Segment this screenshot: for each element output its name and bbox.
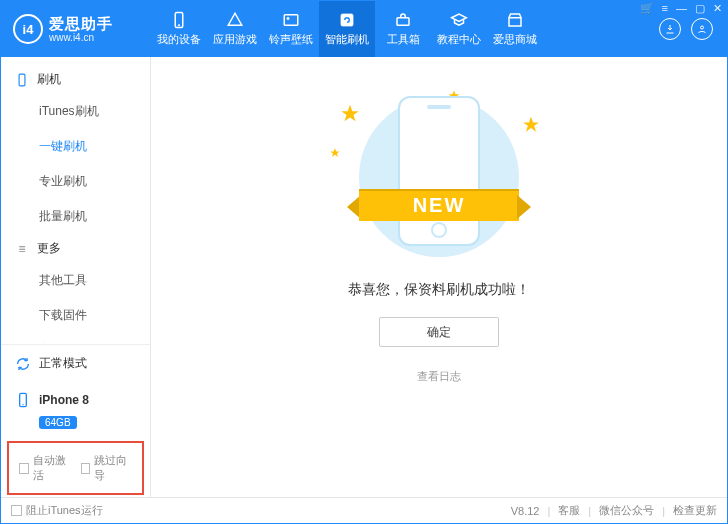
sidebar-group-flash: 刷机	[1, 65, 150, 94]
sync-icon	[15, 356, 31, 372]
nav-label: 爱思商城	[493, 32, 537, 47]
star-icon	[339, 103, 361, 125]
svg-point-1	[178, 25, 180, 27]
sidebar-group-label: 刷机	[37, 71, 61, 88]
sidebar: 刷机 iTunes刷机 一键刷机 专业刷机 批量刷机 ≡ 更多 其他工具 下载固…	[1, 57, 151, 497]
image-icon	[282, 11, 300, 29]
nav-label: 工具箱	[387, 32, 420, 47]
view-log-link[interactable]: 查看日志	[417, 369, 461, 384]
sidebar-group-label: 更多	[37, 240, 61, 257]
menu-icon[interactable]: ≡	[662, 2, 668, 15]
list-icon: ≡	[15, 242, 29, 256]
sidebar-item-itunes-flash[interactable]: iTunes刷机	[1, 94, 150, 129]
nav-label: 我的设备	[157, 32, 201, 47]
svg-rect-8	[19, 74, 25, 86]
cart-icon[interactable]: 🛒	[640, 2, 654, 15]
svg-rect-2	[284, 15, 298, 26]
nav-label: 智能刷机	[325, 32, 369, 47]
nav-toolbox[interactable]: 工具箱	[375, 1, 431, 57]
download-icon[interactable]	[659, 18, 681, 40]
ribbon-text: NEW	[359, 189, 519, 221]
svg-rect-4	[341, 14, 353, 26]
phone-icon	[15, 392, 31, 408]
phone-icon	[170, 11, 188, 29]
star-icon	[329, 147, 341, 159]
nav-my-device[interactable]: 我的设备	[151, 1, 207, 57]
user-icon[interactable]	[691, 18, 713, 40]
bottom-checks-highlighted: 自动激活 跳过向导	[7, 441, 144, 495]
auto-activate-checkbox[interactable]: 自动激活	[19, 453, 71, 483]
graduation-icon	[450, 11, 468, 29]
wechat-link[interactable]: 微信公众号	[599, 503, 654, 518]
refresh-icon	[338, 11, 356, 29]
brand-subtitle: www.i4.cn	[49, 32, 113, 44]
device-mode-label: 正常模式	[39, 355, 87, 372]
ok-button[interactable]: 确定	[379, 317, 499, 347]
title-bar: 🛒 ≡ — ▢ ✕ i4 爱思助手 www.i4.cn 我的设备 应用游戏	[1, 1, 727, 57]
star-icon	[521, 115, 541, 135]
main-panel: NEW 恭喜您，保资料刷机成功啦！ 确定 查看日志	[151, 57, 727, 497]
sidebar-item-other-tools[interactable]: 其他工具	[1, 263, 150, 298]
svg-point-3	[287, 17, 289, 19]
svg-point-10	[22, 404, 23, 405]
store-icon	[506, 11, 524, 29]
nav-label: 教程中心	[437, 32, 481, 47]
block-itunes-checkbox[interactable]: 阻止iTunes运行	[11, 503, 103, 518]
brand-logo: i4 爱思助手 www.i4.cn	[1, 14, 151, 44]
main-nav: 我的设备 应用游戏 铃声壁纸 智能刷机 工具箱 教程中心	[151, 1, 543, 57]
sidebar-item-pro-flash[interactable]: 专业刷机	[1, 164, 150, 199]
sidebar-item-batch-flash[interactable]: 批量刷机	[1, 199, 150, 234]
sidebar-group-more: ≡ 更多	[1, 234, 150, 263]
support-link[interactable]: 客服	[558, 503, 580, 518]
sidebar-item-oneclick-flash[interactable]: 一键刷机	[1, 129, 150, 164]
nav-tutorials[interactable]: 教程中心	[431, 1, 487, 57]
apps-icon	[226, 11, 244, 29]
brand-title: 爱思助手	[49, 15, 113, 32]
header-right-icons	[659, 18, 727, 40]
minimize-button[interactable]: —	[676, 2, 687, 15]
version-label: V8.12	[511, 505, 540, 517]
new-ribbon: NEW	[349, 181, 529, 229]
device-name: iPhone 8	[39, 393, 89, 407]
phone-icon	[15, 73, 29, 87]
toolbox-icon	[394, 11, 412, 29]
nav-flash[interactable]: 智能刷机	[319, 1, 375, 57]
svg-rect-5	[397, 18, 409, 26]
window-controls: 🛒 ≡ — ▢ ✕	[640, 2, 722, 15]
close-button[interactable]: ✕	[713, 2, 722, 15]
svg-point-7	[701, 26, 704, 29]
device-mode-row[interactable]: 正常模式	[1, 345, 150, 382]
sidebar-item-advanced[interactable]: 高级功能	[1, 333, 150, 344]
nav-apps[interactable]: 应用游戏	[207, 1, 263, 57]
nav-label: 应用游戏	[213, 32, 257, 47]
sidebar-item-download-firmware[interactable]: 下载固件	[1, 298, 150, 333]
nav-label: 铃声壁纸	[269, 32, 313, 47]
nav-store[interactable]: 爱思商城	[487, 1, 543, 57]
check-update-link[interactable]: 检查更新	[673, 503, 717, 518]
logo-mark: i4	[13, 14, 43, 44]
status-bar: 阻止iTunes运行 V8.12 | 客服 | 微信公众号 | 检查更新	[1, 497, 727, 523]
success-illustration: NEW	[329, 87, 549, 267]
storage-badge: 64GB	[39, 416, 77, 429]
device-info-row[interactable]: iPhone 8 64GB	[1, 382, 150, 439]
nav-ringtones[interactable]: 铃声壁纸	[263, 1, 319, 57]
skip-wizard-checkbox[interactable]: 跳过向导	[81, 453, 133, 483]
success-message: 恭喜您，保资料刷机成功啦！	[348, 281, 530, 299]
svg-rect-6	[509, 18, 521, 26]
maximize-button[interactable]: ▢	[695, 2, 705, 15]
